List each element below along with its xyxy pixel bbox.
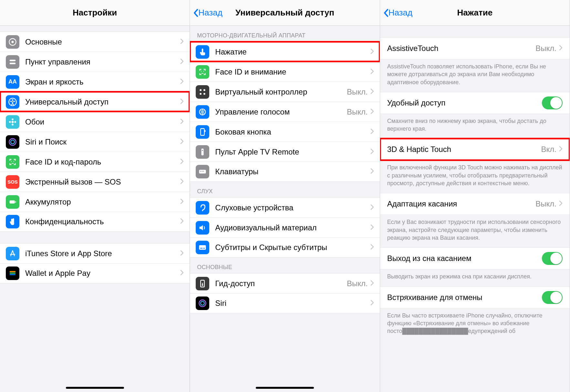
settings-screen: Настройки ОсновныеПункт управленияAAЭкра… — [0, 0, 190, 392]
row-itunes-store-и-app-store[interactable]: iTunes Store и App Store — [0, 243, 190, 263]
row-клавиатуры[interactable]: Клавиатуры — [190, 162, 379, 182]
row-face-id-и-код-пароль[interactable]: Face ID и код-пароль — [0, 152, 190, 172]
row-экран-и-яркость[interactable]: AAЭкран и яркость — [0, 72, 190, 92]
row-конфиденциальность[interactable]: Конфиденциальность — [0, 212, 190, 232]
row-tap-to-wake[interactable]: Выход из сна касанием — [380, 247, 570, 269]
touch-list[interactable]: AssistiveTouch Выкл. AssistiveTouch позв… — [380, 26, 570, 392]
row-пульт-apple-tv-remote[interactable]: Пульт Apple TV Remote — [190, 142, 379, 162]
row-слуховые-устройства[interactable]: Слуховые устройства — [190, 197, 379, 217]
row-label: Аккумулятор — [25, 197, 180, 206]
siri-icon — [6, 135, 19, 149]
row-универсальный-доступ[interactable]: Универсальный доступ — [0, 92, 190, 112]
row-label: Пункт управления — [25, 57, 180, 66]
row-экстренный-вызов-sos[interactable]: SOSЭкстренный вызов — SOS — [0, 172, 190, 192]
row-value: Выкл. — [347, 107, 368, 116]
chevron-right-icon — [370, 148, 374, 156]
chevron-right-icon — [180, 58, 184, 65]
appstore-icon — [6, 247, 19, 260]
subtitles-icon — [196, 241, 209, 254]
svg-rect-54 — [203, 248, 205, 248]
section-hearing: СЛУХ — [190, 182, 379, 197]
svg-rect-50 — [202, 171, 202, 172]
row-субтитры-и-скрытые-субтитры[interactable]: Субтитры и Скрытые субтитры — [190, 237, 379, 257]
svg-rect-2 — [10, 60, 16, 61]
row-label: Экстренный вызов — SOS — [25, 177, 180, 186]
row-label: Управление голосом — [215, 107, 347, 116]
home-indicator[interactable] — [256, 387, 314, 389]
row-аккумулятор[interactable]: Аккумулятор — [0, 192, 190, 212]
row-siri[interactable]: Siri — [190, 293, 379, 313]
row-label: Экран и яркость — [25, 77, 180, 86]
svg-point-6 — [12, 121, 14, 123]
row-нажатие[interactable]: Нажатие — [190, 42, 379, 62]
svg-point-1 — [12, 41, 14, 43]
row-label: Универсальный доступ — [25, 97, 180, 106]
sidebtn-icon — [196, 125, 209, 139]
svg-rect-25 — [10, 271, 16, 272]
chevron-right-icon — [180, 198, 184, 206]
svg-rect-53 — [200, 248, 202, 248]
chevron-right-icon — [370, 168, 374, 175]
svg-point-59 — [201, 301, 204, 305]
chevron-right-icon — [180, 98, 184, 106]
chevron-right-icon — [559, 146, 563, 153]
svg-point-9 — [9, 121, 11, 123]
row-гид-доступ[interactable]: Гид-доступВыкл. — [190, 273, 379, 293]
svg-rect-23 — [10, 200, 15, 203]
siri-icon — [196, 297, 209, 310]
section-general: ОСНОВНЫЕ — [190, 257, 379, 273]
row-пункт-управления[interactable]: Пункт управления — [0, 52, 190, 72]
navbar: Назад Универсальный доступ — [190, 0, 379, 26]
AA-icon: AA — [6, 75, 19, 89]
reachability-toggle[interactable] — [542, 96, 563, 109]
row-боковая-кнопка[interactable]: Боковая кнопка — [190, 122, 379, 142]
chevron-left-icon — [193, 9, 198, 17]
row-обои[interactable]: Обои — [0, 112, 190, 132]
accessibility-icon — [6, 95, 19, 109]
row-виртуальный-контроллер[interactable]: Виртуальный контроллерВыкл. — [190, 82, 379, 102]
chevron-right-icon — [370, 244, 374, 251]
voice-icon — [196, 105, 209, 119]
chevron-right-icon — [180, 118, 184, 126]
back-button[interactable]: Назад — [383, 8, 413, 18]
row-value: Выкл. — [535, 199, 556, 208]
hand-icon — [6, 215, 19, 228]
row-touch-accommodations[interactable]: Адаптация касания Выкл. — [380, 193, 570, 215]
back-label: Назад — [198, 8, 223, 18]
svg-rect-45 — [205, 130, 205, 132]
row-wallet-и-apple-pay[interactable]: Wallet и Apple Pay — [0, 263, 190, 283]
back-button[interactable]: Назад — [193, 8, 223, 18]
svg-point-8 — [12, 124, 14, 126]
navbar-title: Универсальный доступ — [235, 8, 334, 18]
row-reachability[interactable]: Удобный доступ — [380, 92, 570, 114]
row-siri-и-поиск[interactable]: Siri и Поиск — [0, 132, 190, 152]
svg-rect-52 — [199, 245, 206, 250]
row-haptic-touch[interactable]: 3D & Haptic Touch Вкл. — [380, 138, 570, 160]
tap-wake-toggle[interactable] — [542, 252, 563, 265]
row-label: Пульт Apple TV Remote — [215, 147, 370, 156]
row-label: iTunes Store и App Store — [25, 249, 180, 258]
chevron-right-icon — [180, 158, 184, 166]
keyboard-icon — [196, 165, 209, 178]
chevron-right-icon — [370, 48, 374, 55]
home-indicator[interactable] — [66, 387, 124, 389]
navbar-title: Настройки — [73, 8, 117, 18]
remote-icon — [196, 145, 209, 159]
svg-rect-24 — [15, 201, 16, 203]
row-shake-undo[interactable]: Встряхивание для отмены — [380, 286, 570, 308]
row-основные[interactable]: Основные — [0, 32, 190, 52]
row-face-id-и-внимание[interactable]: Face ID и внимание — [190, 62, 379, 82]
row-assistivetouch[interactable]: AssistiveTouch Выкл. — [380, 37, 570, 59]
flower-icon — [6, 115, 19, 129]
settings-list[interactable]: ОсновныеПункт управленияAAЭкран и яркост… — [0, 26, 190, 392]
row-аудиовизуальный-материал[interactable]: Аудиовизуальный материал — [190, 217, 379, 237]
svg-point-5 — [12, 99, 14, 101]
row-label: Siri — [215, 299, 370, 308]
row-управление-голосом[interactable]: Управление голосомВыкл. — [190, 102, 379, 122]
svg-rect-33 — [200, 73, 200, 75]
chevron-right-icon — [370, 88, 374, 95]
gear-icon — [6, 35, 19, 49]
shake-undo-toggle[interactable] — [542, 291, 563, 304]
accessibility-list[interactable]: МОТОРНО-ДВИГАТЕЛЬНЫЙ АППАРАТ НажатиеFace… — [190, 26, 379, 392]
row-label: Клавиатуры — [215, 167, 370, 176]
